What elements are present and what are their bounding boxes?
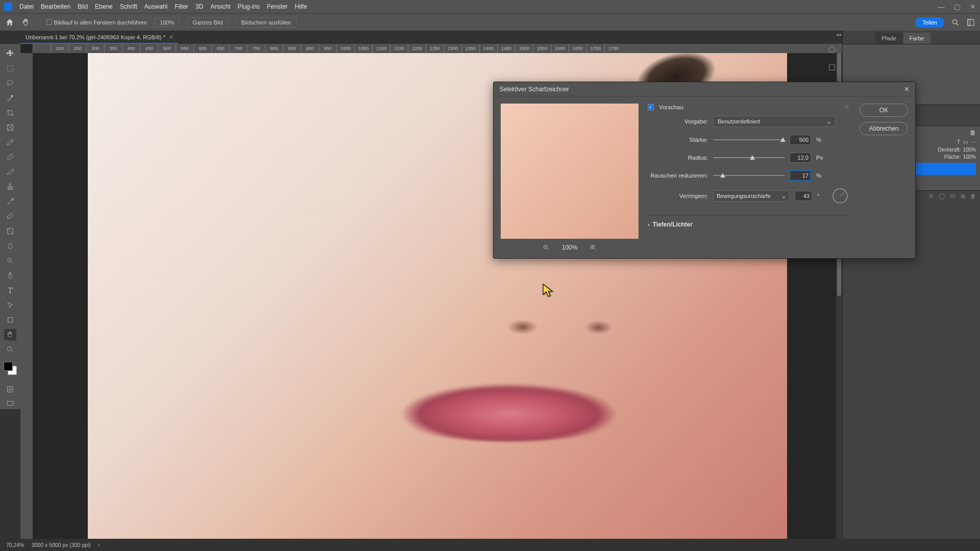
more-icon[interactable]: ⋯ [971,139,976,145]
workspace-icon[interactable] [967,18,975,27]
close-tab-icon[interactable]: × [169,34,173,41]
dialog-close-icon[interactable]: × [904,85,909,94]
minimize-icon[interactable]: — [938,3,945,11]
gradient-tool-icon[interactable] [4,226,16,237]
menu-ebene[interactable]: Ebene [95,3,113,10]
brush-tool-icon[interactable] [4,166,16,178]
horizontal-ruler[interactable]: 2002503003504004505005506006507007508008… [33,44,842,53]
marquee-tool-icon[interactable] [4,63,16,74]
menu-hilfe[interactable]: Hilfe [295,3,307,10]
opacity-value[interactable]: 100% [963,147,976,153]
menu-bearbeiten[interactable]: Bearbeiten [41,3,70,10]
radius-slider[interactable] [713,157,785,158]
home-icon[interactable] [5,18,14,27]
slider-thumb-icon[interactable] [720,173,725,178]
strength-label: Stärke: [648,137,708,143]
path-select-icon[interactable] [4,299,16,311]
radius-input[interactable] [790,153,811,163]
eyedropper-tool-icon[interactable] [4,137,16,148]
shape-tool-icon[interactable] [4,314,16,325]
menu-datei[interactable]: Datei [19,3,34,10]
status-doc-info[interactable]: 3000 x 5000 px (300 ppi) [32,542,91,548]
frame-tool-icon[interactable] [4,122,16,133]
ok-button[interactable]: OK [860,104,908,117]
new-layer-icon[interactable]: ⊞ [961,193,965,199]
wand-tool-icon[interactable] [4,92,16,104]
svg-rect-4 [8,66,13,71]
menu-plugins[interactable]: Plug-ins [238,3,260,10]
zoom-in-icon[interactable] [590,244,597,251]
trash-icon[interactable]: 🗑 [970,193,976,199]
color-swatches[interactable] [4,362,17,375]
cancel-button[interactable]: Abbrechen [860,122,908,135]
share-button[interactable]: Teilen [915,17,944,28]
search-icon[interactable] [951,18,960,27]
menu-bild[interactable]: Bild [78,3,88,10]
gear-icon[interactable] [843,104,850,111]
tool-panel [0,44,20,409]
menu-fenster[interactable]: Fenster [267,3,288,10]
vertical-ruler[interactable] [20,53,33,539]
options-bar: | Bildlauf in allen Fenstern durchführen… [0,13,980,31]
document-tab[interactable]: Unbenannt-1 bei 70,2% (girl-2406963 Kopi… [20,32,178,44]
lasso-tool-icon[interactable] [4,78,16,89]
chevron-right-icon[interactable]: › [98,542,100,548]
slider-thumb-icon[interactable] [750,155,755,160]
collapse-panels-icon[interactable]: ◂◂ [836,32,841,37]
hand-tool-icon[interactable] [21,18,31,27]
stamp-tool-icon[interactable] [4,181,16,192]
hand-tool[interactable] [4,329,16,340]
move-tool-icon[interactable] [4,48,16,59]
panel-icon[interactable] [827,45,837,56]
fill-value[interactable]: 100% [963,154,976,160]
maximize-icon[interactable]: ▢ [954,3,961,11]
zoom-preset[interactable]: 100% [154,18,180,27]
vector-icon[interactable]: ▭ [963,139,968,145]
menu-ansicht[interactable]: Ansicht [210,3,230,10]
type-tool-icon[interactable] [4,285,16,296]
heal-tool-icon[interactable] [4,152,16,163]
dialog-titlebar[interactable]: Selektiver Scharfzeichner × [494,82,915,96]
preset-select[interactable]: Benutzerdefiniert⌄ [713,116,836,127]
menu-3d[interactable]: 3D [195,3,203,10]
slider-thumb-icon[interactable] [780,137,786,142]
preview-thumbnail[interactable] [501,104,639,239]
quickmask-icon[interactable] [4,384,16,395]
screenmode-icon[interactable] [4,398,16,409]
pen-tool-icon[interactable] [4,270,16,281]
panel-icon[interactable] [827,63,837,73]
noise-slider[interactable] [713,175,785,176]
fx-icon[interactable]: fx [929,193,934,199]
strength-slider[interactable] [713,139,785,140]
strength-input[interactable] [790,135,811,145]
close-window-icon[interactable]: ✕ [970,3,976,11]
delete-icon[interactable]: 🗑 [970,129,976,136]
eraser-tool-icon[interactable] [4,211,16,222]
dodge-tool-icon[interactable] [4,255,16,266]
folder-icon[interactable]: 🗀 [950,193,955,199]
angle-input[interactable] [795,191,812,201]
fill-screen-button[interactable]: Bildschirm ausfüllen [236,17,297,28]
status-bar: 70,24% 3000 x 5000 px (300 ppi) › [0,539,980,551]
history-brush-icon[interactable] [4,196,16,207]
angle-dial[interactable] [832,188,848,204]
zoom-out-icon[interactable] [543,244,550,251]
preview-checkbox[interactable]: ✓ [648,104,654,110]
crop-tool-icon[interactable] [4,107,16,118]
menu-filter[interactable]: Filter [175,3,188,10]
blur-tool-icon[interactable] [4,240,16,252]
tab-farbe[interactable]: Farbe [903,33,930,44]
zoom-tool-icon[interactable] [4,344,16,355]
remove-select[interactable]: Bewegungsunschärfe⌄ [713,190,790,202]
status-zoom[interactable]: 70,24% [6,542,24,548]
scroll-all-checkbox[interactable]: Bildlauf in allen Fenstern durchführen [46,19,147,26]
menu-auswahl[interactable]: Auswahl [144,3,167,10]
tab-pfade[interactable]: Pfade [875,33,902,44]
mask-add-icon[interactable]: ◯ [939,193,945,199]
text-icon[interactable]: T [957,139,960,145]
noise-input[interactable] [790,170,811,181]
menu-schrift[interactable]: Schrift [120,3,137,10]
shadows-highlights-section[interactable]: › Tiefen/Lichter [648,215,850,228]
fit-image-button[interactable]: Ganzes Bild [187,17,228,28]
foreground-color-swatch[interactable] [4,362,13,371]
